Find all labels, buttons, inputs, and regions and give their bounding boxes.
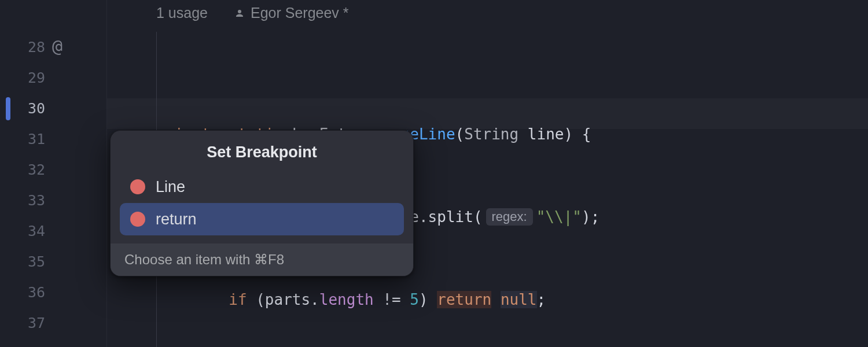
line-number[interactable]: 28 bbox=[0, 39, 47, 56]
identifier: line bbox=[528, 125, 564, 143]
line-number[interactable]: 35 bbox=[0, 253, 47, 270]
line-number[interactable]: 37 bbox=[0, 315, 47, 331]
punct: ); bbox=[582, 208, 599, 226]
punct: ( bbox=[473, 208, 483, 226]
popup-list: Line return bbox=[111, 171, 413, 243]
popup-footer: Choose an item with ⌘F8 bbox=[111, 243, 413, 276]
code-editor[interactable]: 28 @ 29 30 31 32 33 34 35 36 37 1 usage … bbox=[0, 0, 868, 347]
popup-item-line[interactable]: Line bbox=[120, 171, 404, 203]
line-number[interactable]: 36 bbox=[0, 284, 47, 301]
line-number[interactable]: 33 bbox=[0, 192, 47, 209]
set-breakpoint-popup[interactable]: Set Breakpoint Line return Choose an ite… bbox=[110, 130, 414, 276]
code-text: (parts. bbox=[247, 291, 319, 308]
keyword: null bbox=[501, 291, 537, 308]
line-number[interactable]: 29 bbox=[0, 69, 47, 86]
operator: != bbox=[374, 291, 410, 308]
code-line[interactable]: if (parts. length != 5 ) return null ; bbox=[156, 284, 868, 315]
parameter-hint: regex: bbox=[486, 208, 533, 226]
space bbox=[491, 291, 501, 308]
breakpoint-strip[interactable] bbox=[6, 97, 10, 120]
popup-item-label: Line bbox=[156, 178, 185, 196]
property: length bbox=[319, 291, 374, 308]
line-number[interactable]: 32 bbox=[0, 161, 47, 178]
punct: ) bbox=[419, 291, 437, 308]
punct: ( bbox=[455, 125, 465, 143]
punct: ; bbox=[537, 291, 546, 308]
string-literal: "\\|" bbox=[536, 208, 582, 226]
popup-title: Set Breakpoint bbox=[111, 131, 413, 171]
breakpoint-icon bbox=[130, 179, 145, 194]
method-call: split bbox=[428, 208, 473, 226]
type: String bbox=[464, 125, 518, 143]
keyword: if bbox=[229, 291, 247, 308]
popup-item-return[interactable]: return bbox=[120, 203, 404, 235]
popup-item-label: return bbox=[156, 211, 197, 228]
indent bbox=[156, 291, 229, 308]
breakpoint-icon bbox=[130, 212, 145, 227]
keyword: return bbox=[437, 291, 491, 308]
punct: ) { bbox=[564, 125, 591, 143]
override-icon[interactable]: @ bbox=[52, 38, 62, 55]
line-number[interactable]: 31 bbox=[0, 131, 47, 147]
number: 5 bbox=[410, 291, 419, 308]
line-number[interactable]: 34 bbox=[0, 223, 47, 239]
gutter[interactable]: 28 @ 29 30 31 32 33 34 35 36 37 bbox=[0, 0, 107, 347]
